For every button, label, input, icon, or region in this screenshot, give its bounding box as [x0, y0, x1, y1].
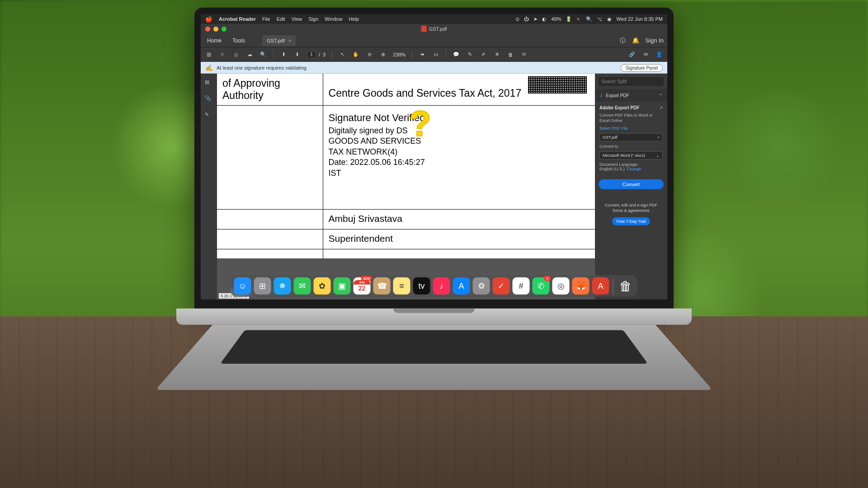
thumbnails-icon[interactable]: ▤	[205, 79, 213, 87]
dock-app-contacts[interactable]: ☎	[373, 277, 391, 295]
help-icon[interactable]: ⓘ	[620, 36, 626, 44]
maximize-window-button[interactable]	[222, 26, 226, 31]
close-tab-icon[interactable]: ×	[288, 38, 291, 43]
dock-app-settings[interactable]: ⚙	[473, 277, 490, 295]
highlight-icon[interactable]: ✎	[466, 51, 473, 58]
status-icon[interactable]: ⏻	[524, 16, 529, 22]
spotlight-icon[interactable]: 🔍	[586, 16, 592, 22]
dock-app-todoist[interactable]: ✓	[493, 277, 510, 295]
dock-app-launchpad[interactable]: ⊞	[254, 277, 271, 295]
star-icon[interactable]: ☆	[219, 51, 226, 58]
dock-app-notes[interactable]: ≡	[393, 277, 410, 295]
screen: 🍎 Acrobat Reader File Edit View Sign Win…	[201, 14, 667, 300]
menu-window[interactable]: Window	[325, 16, 342, 22]
wifi-icon[interactable]: ᯤ	[576, 16, 581, 22]
battery-percent[interactable]: 49%	[551, 16, 561, 22]
page-down-icon[interactable]: ⬇	[293, 51, 301, 58]
page-number-input[interactable]	[307, 51, 316, 58]
zoom-in-icon[interactable]: ⊕	[379, 51, 387, 58]
app-name[interactable]: Acrobat Reader	[219, 16, 256, 22]
siri-icon[interactable]: ◉	[607, 16, 612, 22]
status-icon[interactable]: ➤	[533, 16, 538, 22]
sign-in-link[interactable]: Sign In	[646, 37, 664, 44]
qr-code	[528, 76, 587, 94]
convert-format-select[interactable]: Microsoft Word (*.docx) ⌄	[599, 151, 663, 160]
dock-app-appstore[interactable]: A	[453, 277, 470, 295]
search-icon[interactable]: 🔍	[259, 51, 267, 58]
export-icon: ⇩	[599, 93, 603, 98]
dock-app-slack[interactable]: #	[513, 277, 530, 295]
document-viewport[interactable]: of Approving Authority Centre Goods and …	[217, 74, 595, 300]
info-icon[interactable]: ↗	[659, 105, 663, 110]
menu-view[interactable]: View	[292, 16, 302, 22]
zoom-level[interactable]: 238%	[393, 52, 406, 57]
dock-app-safari[interactable]: ✵	[274, 277, 291, 295]
table-cell-name: Ambuj Srivastava	[323, 209, 595, 229]
free-trial-button[interactable]: Free 7-Day Trial	[612, 217, 651, 225]
dock-app-finder[interactable]: ☺	[234, 277, 251, 295]
signature-line: IST	[329, 168, 590, 178]
apple-menu[interactable]: 🍎	[205, 15, 212, 22]
export-pdf-header[interactable]: ⇩ Export PDF ⌃	[595, 89, 667, 102]
rotate-icon[interactable]: ⟳	[520, 51, 528, 58]
selected-file-pill[interactable]: GST.pdf ×	[599, 133, 663, 141]
dock-app-facetime[interactable]: ▣	[334, 277, 351, 295]
email-icon[interactable]: ✉	[642, 51, 649, 58]
menu-edit[interactable]: Edit	[277, 16, 285, 22]
attachments-icon[interactable]: 📎	[205, 95, 213, 103]
convert-button[interactable]: Convert	[599, 179, 664, 189]
document-tab[interactable]: GST.pdf ×	[262, 35, 296, 46]
dock-trash[interactable]: 🗑	[617, 277, 634, 295]
doc-language-value: English (U.S.)	[599, 167, 625, 171]
notifications-icon[interactable]: 🔔	[632, 37, 639, 44]
menu-file[interactable]: File	[262, 16, 270, 22]
dock-app-chrome[interactable]: ◎	[552, 277, 570, 295]
signature-panel-button[interactable]: Signature Panel	[621, 64, 663, 71]
comment-icon[interactable]: 💬	[453, 51, 460, 58]
tab-home[interactable]: Home	[204, 37, 224, 43]
change-language-link[interactable]: Change	[627, 167, 642, 171]
tabs-row: Home Tools GST.pdf × ⓘ 🔔 Sign In	[201, 34, 667, 47]
menu-help[interactable]: Help	[349, 16, 359, 22]
account-icon[interactable]: 👤	[656, 51, 663, 58]
signatures-rail-icon[interactable]: ✎	[205, 112, 213, 120]
delete-icon[interactable]: 🗑	[507, 51, 514, 58]
search-input[interactable]: Search 'Split'	[599, 77, 664, 86]
fit-width-icon[interactable]: ⬌	[419, 51, 426, 58]
dock-app-calendar[interactable]: JUN22	[354, 277, 371, 295]
dock-app-music[interactable]: ♪	[433, 277, 450, 295]
select-pdf-link[interactable]: Select PDF File	[599, 126, 663, 131]
print-icon[interactable]: ⎙	[232, 51, 240, 58]
right-panel: Search 'Split' ⇩ Export PDF ⌃ Adobe Expo…	[595, 74, 667, 300]
signature-icon: ✍	[205, 64, 213, 71]
dock-app-appletv[interactable]: tv	[413, 277, 430, 295]
signature-line: TAX NETWORK(4)	[329, 147, 590, 157]
fit-page-icon[interactable]: ▭	[432, 51, 439, 58]
clock[interactable]: Wed 22 Jun 8:35 PM	[616, 16, 663, 22]
hand-tool-icon[interactable]: ✋	[352, 51, 359, 58]
tab-tools[interactable]: Tools	[230, 37, 248, 43]
minimize-window-button[interactable]	[213, 26, 218, 31]
draw-icon[interactable]: ✐	[480, 51, 487, 58]
status-icon[interactable]: ⊙	[515, 16, 519, 22]
page-up-icon[interactable]: ⬆	[280, 51, 287, 58]
dock-app-photos[interactable]: ✿	[314, 277, 331, 295]
dock-app-firefox[interactable]: 🦊	[572, 277, 590, 295]
svg-text:?: ?	[409, 104, 431, 144]
status-icon[interactable]: ◐	[542, 16, 547, 22]
stamp-icon[interactable]: ✵	[493, 51, 500, 58]
share-icon[interactable]: 🔗	[628, 51, 636, 58]
dock-app-acrobat[interactable]: A	[592, 277, 609, 295]
dock-app-whatsapp[interactable]: ✆	[533, 277, 550, 295]
zoom-out-icon[interactable]: ⊖	[366, 51, 373, 58]
cloud-icon[interactable]: ☁	[246, 51, 253, 58]
menu-sign[interactable]: Sign	[308, 16, 318, 22]
control-center-icon[interactable]: ⌥	[597, 16, 603, 22]
dock-app-messages[interactable]: ✉	[294, 277, 311, 295]
sidebar-toggle-icon[interactable]: ▥	[205, 51, 212, 58]
clear-file-icon[interactable]: ×	[657, 135, 660, 140]
main-area: ▤ 📎 ✎ of Approving Authority Centre Good…	[201, 74, 667, 300]
select-tool-icon[interactable]: ↖	[339, 51, 346, 58]
close-window-button[interactable]	[205, 26, 210, 31]
doc-language-label: Document Language:	[599, 162, 638, 167]
